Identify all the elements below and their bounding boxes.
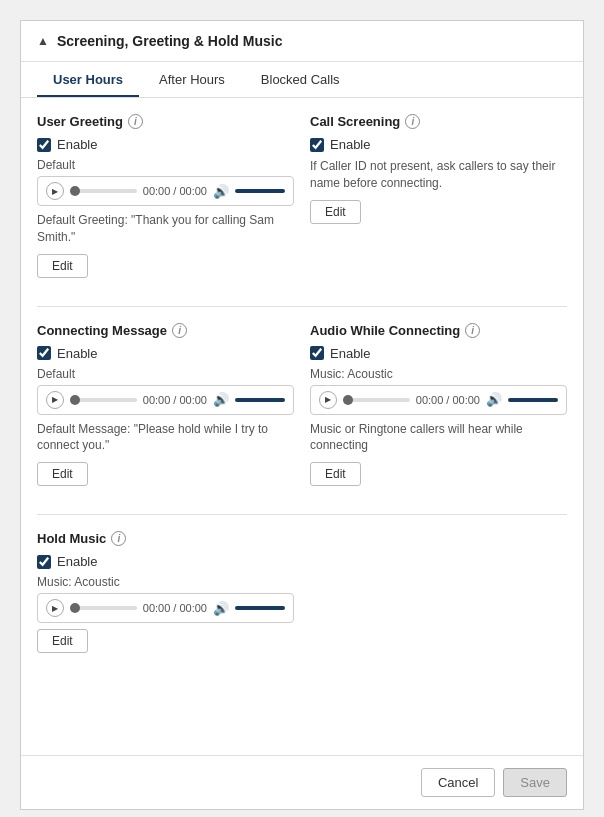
audio-connecting-player: ▶ 00:00 / 00:00 🔊 [310, 385, 567, 415]
user-greeting-enable-label: Enable [57, 137, 97, 152]
audio-connecting-enable-row: Enable [310, 346, 567, 361]
call-screening-section: Call Screening i Enable If Caller ID not… [310, 114, 567, 278]
tab-user-hours[interactable]: User Hours [37, 62, 139, 97]
chevron-up-icon[interactable]: ▲ [37, 34, 49, 48]
audio-connecting-edit-btn[interactable]: Edit [310, 462, 361, 486]
user-greeting-play-btn[interactable]: ▶ [46, 182, 64, 200]
connecting-message-edit-btn[interactable]: Edit [37, 462, 88, 486]
audio-connecting-time: 00:00 / 00:00 [416, 394, 480, 406]
row-2: Connecting Message i Enable Default ▶ 00… [37, 323, 567, 507]
hold-music-title: Hold Music i [37, 531, 294, 546]
audio-connecting-description: Music or Ringtone callers will hear whil… [310, 421, 567, 455]
content-area: User Greeting i Enable Default ▶ 00:00 /… [21, 98, 583, 689]
connecting-message-time: 00:00 / 00:00 [143, 394, 207, 406]
user-greeting-player: ▶ 00:00 / 00:00 🔊 [37, 176, 294, 206]
hold-music-music-label: Music: Acoustic [37, 575, 294, 589]
audio-connecting-title: Audio While Connecting i [310, 323, 567, 338]
connecting-message-player: ▶ 00:00 / 00:00 🔊 [37, 385, 294, 415]
tab-after-hours[interactable]: After Hours [143, 62, 241, 97]
user-greeting-info-icon[interactable]: i [128, 114, 143, 129]
user-greeting-description: Default Greeting: "Thank you for calling… [37, 212, 294, 246]
audio-connecting-info-icon[interactable]: i [465, 323, 480, 338]
connecting-message-info-icon[interactable]: i [172, 323, 187, 338]
hold-music-enable-label: Enable [57, 554, 97, 569]
hold-music-info-icon[interactable]: i [111, 531, 126, 546]
user-greeting-default-label: Default [37, 158, 294, 172]
tab-blocked-calls[interactable]: Blocked Calls [245, 62, 356, 97]
connecting-message-volume-bar[interactable] [235, 398, 285, 402]
audio-connecting-enable-label: Enable [330, 346, 370, 361]
connecting-message-section: Connecting Message i Enable Default ▶ 00… [37, 323, 294, 487]
row-divider-2 [37, 514, 567, 515]
user-greeting-edit-btn[interactable]: Edit [37, 254, 88, 278]
hold-music-progress[interactable] [70, 606, 137, 610]
audio-connecting-section: Audio While Connecting i Enable Music: A… [310, 323, 567, 487]
row-3: Hold Music i Enable Music: Acoustic ▶ 00… [37, 531, 567, 673]
audio-connecting-checkbox[interactable] [310, 346, 324, 360]
user-greeting-checkbox[interactable] [37, 138, 51, 152]
connecting-message-default-label: Default [37, 367, 294, 381]
connecting-message-title: Connecting Message i [37, 323, 294, 338]
hold-music-enable-row: Enable [37, 554, 294, 569]
user-greeting-title: User Greeting i [37, 114, 294, 129]
hold-music-play-btn[interactable]: ▶ [46, 599, 64, 617]
hold-music-time: 00:00 / 00:00 [143, 602, 207, 614]
connecting-message-enable-label: Enable [57, 346, 97, 361]
footer: Cancel Save [21, 755, 583, 809]
save-button[interactable]: Save [503, 768, 567, 797]
row-1: User Greeting i Enable Default ▶ 00:00 /… [37, 114, 567, 298]
hold-music-volume-bar[interactable] [235, 606, 285, 610]
hold-music-empty-col [310, 531, 567, 673]
call-screening-edit-btn[interactable]: Edit [310, 200, 361, 224]
call-screening-info-icon[interactable]: i [405, 114, 420, 129]
user-greeting-time: 00:00 / 00:00 [143, 185, 207, 197]
user-greeting-section: User Greeting i Enable Default ▶ 00:00 /… [37, 114, 294, 278]
connecting-message-checkbox[interactable] [37, 346, 51, 360]
user-greeting-enable-row: Enable [37, 137, 294, 152]
connecting-message-volume-icon[interactable]: 🔊 [213, 392, 229, 407]
main-panel: ▲ Screening, Greeting & Hold Music User … [20, 20, 584, 810]
audio-connecting-music-label: Music: Acoustic [310, 367, 567, 381]
tabs-container: User Hours After Hours Blocked Calls [21, 62, 583, 98]
connecting-message-enable-row: Enable [37, 346, 294, 361]
panel-header: ▲ Screening, Greeting & Hold Music [21, 21, 583, 62]
panel-title: Screening, Greeting & Hold Music [57, 33, 283, 49]
call-screening-enable-row: Enable [310, 137, 567, 152]
audio-connecting-volume-icon[interactable]: 🔊 [486, 392, 502, 407]
connecting-message-progress[interactable] [70, 398, 137, 402]
call-screening-description: If Caller ID not present, ask callers to… [310, 158, 567, 192]
connecting-message-description: Default Message: "Please hold while I tr… [37, 421, 294, 455]
hold-music-player: ▶ 00:00 / 00:00 🔊 [37, 593, 294, 623]
connecting-message-play-btn[interactable]: ▶ [46, 391, 64, 409]
audio-connecting-play-btn[interactable]: ▶ [319, 391, 337, 409]
cancel-button[interactable]: Cancel [421, 768, 495, 797]
hold-music-checkbox[interactable] [37, 555, 51, 569]
audio-connecting-progress[interactable] [343, 398, 410, 402]
user-greeting-volume-icon[interactable]: 🔊 [213, 184, 229, 199]
hold-music-section: Hold Music i Enable Music: Acoustic ▶ 00… [37, 531, 294, 653]
user-greeting-progress[interactable] [70, 189, 137, 193]
call-screening-checkbox[interactable] [310, 138, 324, 152]
hold-music-volume-icon[interactable]: 🔊 [213, 601, 229, 616]
audio-connecting-volume-bar[interactable] [508, 398, 558, 402]
user-greeting-volume-bar[interactable] [235, 189, 285, 193]
hold-music-edit-btn[interactable]: Edit [37, 629, 88, 653]
row-divider-1 [37, 306, 567, 307]
call-screening-enable-label: Enable [330, 137, 370, 152]
call-screening-title: Call Screening i [310, 114, 567, 129]
